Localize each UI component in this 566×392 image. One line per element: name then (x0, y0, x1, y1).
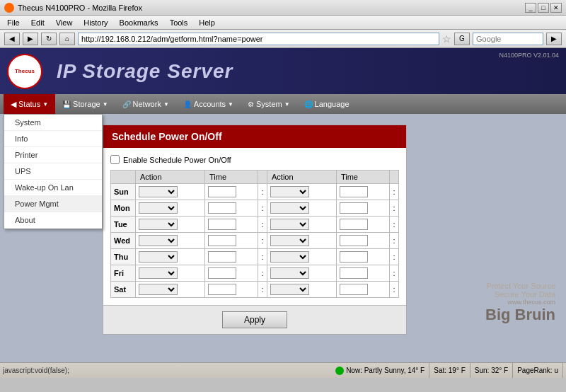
fri-hour1[interactable] (208, 267, 236, 279)
th-action2: Action (267, 171, 336, 184)
nav-storage[interactable]: 💾 Storage ▼ (55, 94, 115, 114)
sun-action1-select[interactable] (139, 186, 178, 197)
th-sep1 (258, 171, 267, 184)
fri-hour2[interactable] (340, 267, 368, 279)
search-input[interactable] (473, 33, 543, 45)
weather-now-text: Now: Partly Sunny, 14° F (346, 367, 424, 374)
schedule-panel: Schedule Power On/Off Enable Schedule Po… (103, 125, 407, 335)
sat-colon2: : (390, 282, 399, 298)
dropdown-powermgmt[interactable]: Power Mgmt (4, 196, 102, 212)
wed-action1-select[interactable] (139, 235, 178, 246)
menu-file[interactable]: File (4, 18, 23, 28)
wed-hour2[interactable] (340, 235, 368, 246)
close-button[interactable]: ✕ (550, 3, 562, 13)
table-row: Mon : : (111, 200, 399, 217)
enable-checkbox[interactable] (110, 155, 120, 164)
mon-hour2[interactable] (340, 202, 368, 214)
tue-hour2[interactable] (340, 219, 368, 230)
big-bruin-logo: Big Bruin (485, 306, 555, 324)
fri-action2-select[interactable] (270, 267, 309, 279)
system-arrow: ▼ (284, 101, 290, 108)
search-icon: G (454, 33, 470, 45)
site-url: www.thecus.com (485, 299, 555, 306)
nav-accounts[interactable]: 👤 Accounts ▼ (176, 94, 241, 114)
menu-bookmarks[interactable]: Bookmarks (117, 18, 161, 28)
table-row: Thu : : (111, 249, 399, 265)
sun-hour2[interactable] (340, 186, 368, 197)
nav-system[interactable]: ⚙ System ▼ (241, 94, 297, 114)
address-input[interactable] (78, 33, 439, 45)
sun-time1h[interactable] (204, 184, 258, 200)
status-url: javascript:void(false); (3, 367, 331, 374)
home-button[interactable]: ⌂ (59, 33, 75, 45)
menu-bar: File Edit View History Bookmarks Tools H… (0, 16, 566, 30)
nav-language[interactable]: 🌐 Language (297, 94, 357, 114)
mon-action2-select[interactable] (270, 202, 309, 214)
sun-time2h[interactable] (336, 184, 389, 200)
back-button[interactable]: ◀ (4, 33, 20, 45)
network-arrow: ▼ (163, 101, 169, 108)
reload-button[interactable]: ↻ (41, 33, 57, 45)
dropdown-printer[interactable]: Printer (4, 147, 102, 163)
sun-action2-select[interactable] (270, 186, 309, 197)
tue-action1-select[interactable] (139, 219, 178, 230)
sat-action1-select[interactable] (139, 284, 178, 295)
forward-button[interactable]: ▶ (23, 33, 38, 45)
protect-line1: Protect Your Source (485, 282, 555, 290)
tue-hour1[interactable] (208, 219, 236, 230)
sat-hour1[interactable] (208, 284, 236, 295)
protect-line2: Secure Your Data (485, 290, 555, 299)
nav-status[interactable]: ◀ Status ▼ System Info Printer UPS Wake-… (4, 94, 55, 114)
tue-action2-select[interactable] (270, 219, 309, 230)
schedule-table: Action Time Action Time Sun (110, 170, 399, 298)
dropdown-about[interactable]: About (4, 212, 102, 229)
sat-action2-select[interactable] (270, 284, 309, 295)
maximize-button[interactable]: □ (538, 3, 549, 13)
thecus-logo: Thecus (7, 54, 42, 89)
sun-hour1[interactable] (208, 186, 236, 197)
status-dropdown-arrow: ▼ (42, 101, 48, 108)
thu-action1-select[interactable] (139, 251, 178, 263)
page-header: Thecus IP Storage Server N4100PRO V2.01.… (0, 48, 566, 94)
sat-hour2[interactable] (340, 284, 368, 295)
dropdown-ups[interactable]: UPS (4, 163, 102, 180)
sun-colon1: : (258, 184, 267, 200)
title-bar: Thecus N4100PRO - Mozilla Firefox _ □ ✕ (0, 0, 566, 16)
page-content: Thecus IP Storage Server N4100PRO V2.01.… (0, 48, 566, 378)
sun-action1[interactable] (136, 184, 205, 200)
minimize-button[interactable]: _ (525, 3, 536, 13)
pagerank-text: PageRank: u (517, 367, 558, 374)
nav-network[interactable]: 🔗 Network ▼ (115, 94, 176, 114)
menu-help[interactable]: Help (196, 18, 218, 28)
thu-action2-select[interactable] (270, 251, 309, 263)
dropdown-system[interactable]: System (4, 115, 102, 131)
window-controls[interactable]: _ □ ✕ (525, 3, 562, 13)
nav-network-label: Network (133, 100, 161, 108)
fri-colon1: : (258, 265, 267, 282)
day-sun: Sun (111, 184, 136, 200)
search-go-button[interactable]: ▶ (546, 33, 562, 45)
mon-action1-select[interactable] (139, 202, 178, 214)
fri-action1-select[interactable] (139, 267, 178, 279)
th-time1: Time (204, 171, 258, 184)
menu-history[interactable]: History (81, 18, 110, 28)
menu-edit[interactable]: Edit (28, 18, 47, 28)
table-row: Tue : : (111, 217, 399, 233)
wed-hour1[interactable] (208, 235, 236, 246)
menu-view[interactable]: View (53, 18, 76, 28)
logo-area: Thecus (7, 54, 42, 89)
nav-bar: ◀ Status ▼ System Info Printer UPS Wake-… (0, 94, 566, 114)
day-mon: Mon (111, 200, 136, 217)
thu-hour1[interactable] (208, 251, 236, 263)
wed-action2-select[interactable] (270, 235, 309, 246)
nav-language-label: Language (315, 100, 350, 108)
dropdown-wakeuponlan[interactable]: Wake-up On Lan (4, 180, 102, 196)
menu-tools[interactable]: Tools (167, 18, 191, 28)
dropdown-info[interactable]: Info (4, 131, 102, 147)
mon-hour1[interactable] (208, 202, 236, 214)
sun-action2[interactable] (267, 184, 336, 200)
bookmark-star[interactable]: ☆ (442, 33, 451, 45)
thu-hour2[interactable] (340, 251, 368, 263)
apply-button[interactable]: Apply (222, 311, 287, 328)
tue-colon2: : (390, 217, 399, 233)
